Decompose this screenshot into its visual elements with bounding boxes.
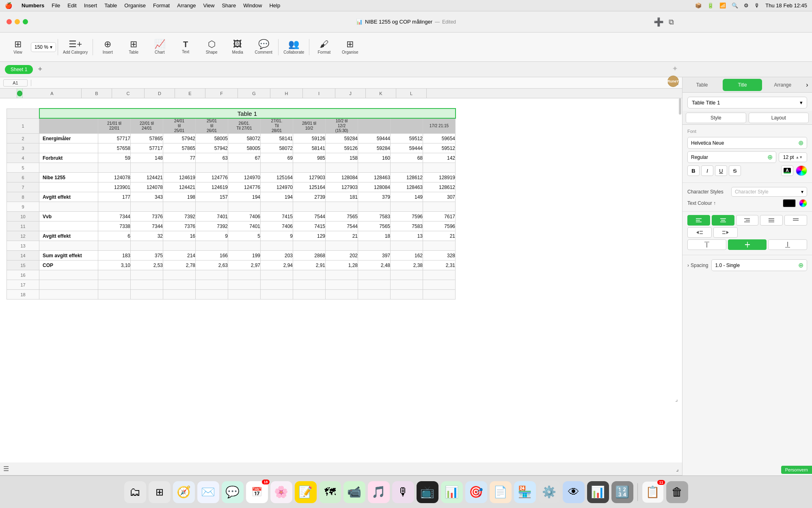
- cell-14-j[interactable]: 397: [358, 251, 391, 261]
- align-indent-button[interactable]: [784, 215, 807, 226]
- cell-reference[interactable]: A1: [3, 79, 28, 87]
- cell-6-l[interactable]: 128919: [423, 173, 456, 182]
- cell-14-g[interactable]: 203: [261, 251, 293, 261]
- col-header-g[interactable]: G: [238, 89, 270, 98]
- cell-2-f[interactable]: 58072: [228, 134, 261, 143]
- cell-4-i[interactable]: 158: [326, 153, 358, 163]
- cell-10-a[interactable]: Vvb: [39, 212, 98, 221]
- dock-icon-appstore[interactable]: 🏪: [514, 481, 536, 503]
- cell-2-j[interactable]: 59444: [358, 134, 391, 143]
- cell-15-b[interactable]: 3,10: [98, 261, 131, 270]
- menu-insert[interactable]: Insert: [84, 2, 97, 9]
- cell-7-b[interactable]: 123901: [98, 182, 131, 192]
- cell-15-h[interactable]: 2,91: [293, 261, 326, 270]
- cell-12-d[interactable]: 16: [163, 231, 196, 241]
- panel-tab-arrange[interactable]: Arrange: [763, 79, 802, 91]
- cell-7-l[interactable]: 128612: [423, 182, 456, 192]
- col-header-a[interactable]: A: [23, 89, 82, 98]
- cell-3-a[interactable]: [39, 143, 98, 153]
- menu-edit[interactable]: Edit: [67, 2, 76, 9]
- cell-6-h[interactable]: 127903: [293, 173, 326, 182]
- cell-2-a[interactable]: Energimåler: [39, 134, 98, 143]
- control-center-icon[interactable]: ⚙: [744, 2, 749, 9]
- dock-icon-pages[interactable]: 📄: [490, 481, 512, 503]
- cell-11-c[interactable]: 7344: [131, 221, 163, 231]
- cell-3-i[interactable]: 59126: [326, 143, 358, 153]
- cell-11-d[interactable]: 7376: [163, 221, 196, 231]
- cell-12-f[interactable]: 5: [228, 231, 261, 241]
- chart-button[interactable]: 📈 Chart: [147, 37, 173, 57]
- dock-icon-preferences[interactable]: ⚙️: [538, 481, 560, 503]
- cell-2-e[interactable]: 58005: [196, 134, 228, 143]
- col-header-l[interactable]: L: [396, 89, 427, 98]
- cell-2-c[interactable]: 57865: [131, 134, 163, 143]
- strikethrough-button[interactable]: S: [729, 165, 741, 176]
- cell-3-d[interactable]: 57865: [163, 143, 196, 153]
- media-button[interactable]: 🖼 Media: [225, 37, 251, 57]
- cell-10-k[interactable]: 7596: [391, 212, 423, 221]
- col-header-e[interactable]: E: [175, 89, 205, 98]
- cell-12-g[interactable]: 9: [261, 231, 293, 241]
- cell-12-b[interactable]: 6: [98, 231, 131, 241]
- decrease-indent-button[interactable]: [687, 227, 712, 238]
- add-category-button[interactable]: ☰+ Add Category: [60, 37, 91, 57]
- align-top-button[interactable]: [687, 239, 726, 250]
- cell-10-b[interactable]: 7344: [98, 212, 131, 221]
- cell-4-g[interactable]: 69: [261, 153, 293, 163]
- col-header-c[interactable]: C: [112, 89, 145, 98]
- menu-arrange[interactable]: Arrange: [177, 2, 196, 9]
- dock-icon-notes[interactable]: 📝: [295, 481, 317, 503]
- cell-7-g[interactable]: 124970: [261, 182, 293, 192]
- cell-2-b[interactable]: 57717: [98, 134, 131, 143]
- cell-7-a[interactable]: [39, 182, 98, 192]
- font-size-control[interactable]: 12 pt ▲▼: [779, 152, 807, 162]
- spacing-dropdown[interactable]: 1.0 - Single ⊕: [711, 259, 807, 271]
- font-name-dropdown[interactable]: Helvetica Neue ⊕: [687, 137, 807, 149]
- shape-button[interactable]: ⬡ Shape: [199, 37, 225, 57]
- cell-8-l[interactable]: 307: [423, 192, 456, 202]
- cell-11-j[interactable]: 7565: [358, 221, 391, 231]
- menu-share[interactable]: Share: [222, 2, 236, 9]
- cell-8-g[interactable]: 194: [261, 192, 293, 202]
- cell-10-i[interactable]: 7565: [326, 212, 358, 221]
- cell-11-g[interactable]: 7406: [261, 221, 293, 231]
- dock-icon-preview[interactable]: 👁: [563, 481, 585, 503]
- align-left-button[interactable]: [687, 215, 710, 226]
- cell-12-e[interactable]: 9: [196, 231, 228, 241]
- header-cell-a[interactable]: [39, 118, 98, 134]
- dock-icon-texteditor[interactable]: 📋 11: [642, 481, 664, 503]
- cell-8-k[interactable]: 149: [391, 192, 423, 202]
- font-style-dropdown[interactable]: Regular ⊕: [687, 151, 776, 163]
- cell-14-b[interactable]: 183: [98, 251, 131, 261]
- cell-15-e[interactable]: 2,63: [196, 261, 228, 270]
- cell-7-e[interactable]: 124619: [196, 182, 228, 192]
- cell-15-l[interactable]: 2,31: [423, 261, 456, 270]
- cell-15-a[interactable]: COP: [39, 261, 98, 270]
- dock-icon-podcasts[interactable]: 🎙: [392, 481, 414, 503]
- cell-10-e[interactable]: 7401: [196, 212, 228, 221]
- cell-7-i[interactable]: 127903: [326, 182, 358, 192]
- cell-8-a[interactable]: Avgitt effekt: [39, 192, 98, 202]
- cell-4-a[interactable]: Forbrukt: [39, 153, 98, 163]
- cell-6-c[interactable]: 124421: [131, 173, 163, 182]
- cell-2-h[interactable]: 59126: [293, 134, 326, 143]
- expand-icon[interactable]: ⌟: [676, 466, 679, 472]
- style-tab[interactable]: Style: [686, 113, 746, 123]
- cell-7-k[interactable]: 128463: [391, 182, 423, 192]
- cell-7-h[interactable]: 125164: [293, 182, 326, 192]
- panel-tab-table[interactable]: Table: [682, 79, 721, 91]
- text-color-swatch[interactable]: [783, 199, 796, 207]
- duplicate-icon[interactable]: ⧉: [669, 18, 674, 26]
- close-button[interactable]: [6, 19, 12, 24]
- organise-button[interactable]: ⊞ Organise: [337, 37, 363, 57]
- cell-15-j[interactable]: 2,48: [358, 261, 391, 270]
- dock-icon-maps[interactable]: 🗺: [319, 481, 341, 503]
- insert-button[interactable]: ⊕ Insert: [95, 37, 121, 57]
- cell-8-d[interactable]: 198: [163, 192, 196, 202]
- color-picker-button[interactable]: [796, 165, 807, 176]
- cell-11-i[interactable]: 7544: [326, 221, 358, 231]
- cell-12-l[interactable]: 21: [423, 231, 456, 241]
- character-style-dropdown[interactable]: Character Style ▾: [731, 187, 807, 197]
- cell-8-c[interactable]: 343: [131, 192, 163, 202]
- cell-14-i[interactable]: 202: [326, 251, 358, 261]
